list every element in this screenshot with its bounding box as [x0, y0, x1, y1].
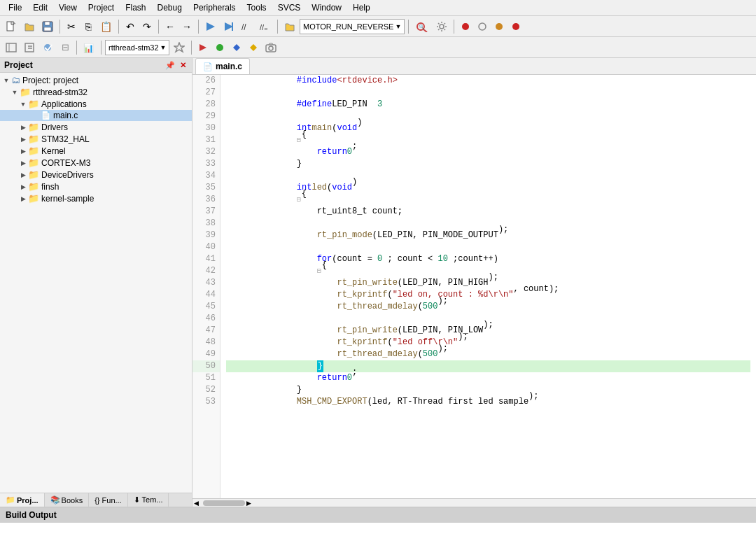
panel-pin-btn[interactable]: 📌 — [164, 61, 176, 70]
tree-label-rtthread: rtthread-stm32 — [33, 87, 88, 97]
hscroll-left-btn[interactable]: ◀ — [192, 500, 200, 507]
tree-item-drivers[interactable]: ▶ 📁 Drivers — [0, 121, 192, 133]
menu-debug[interactable]: Debug — [152, 1, 188, 14]
ln-43: 43 — [192, 277, 220, 289]
ln-34: 34 — [192, 170, 220, 182]
tree-expand-devicedrivers[interactable]: ▶ — [20, 171, 27, 178]
target-dropdown[interactable]: MOTOR_RUN_REVERSE ▼ — [300, 19, 405, 34]
tree-item-rtthread[interactable]: ▼ 📁 rtthread-stm32 — [0, 86, 192, 98]
orange-circle-btn[interactable] — [491, 19, 507, 34]
tree-item-kernel[interactable]: ▶ 📁 Kernel — [0, 145, 192, 157]
tree-item-finsh[interactable]: ▶ 📁 finsh — [0, 181, 192, 192]
open-file-btn[interactable] — [281, 19, 298, 34]
tree-expand-root[interactable]: ▼ — [3, 77, 10, 84]
tree-item-kernelsample[interactable]: ▶ 📁 kernel-sample — [0, 192, 192, 204]
project-dropdown[interactable]: rtthread-stm32 ▼ — [105, 40, 169, 55]
paste-button[interactable]: 📋 — [97, 19, 115, 34]
tree-item-cortexm3[interactable]: ▶ 📁 CORTEX-M3 — [0, 157, 192, 169]
build-output-header: Build Output — [0, 508, 756, 523]
menu-file[interactable]: File — [3, 1, 27, 14]
code-editor[interactable]: 26 27 28 29 30 31 32 33 34 35 36 37 38 3… — [192, 75, 756, 498]
horizontal-scrollbar[interactable]: ◀ ▶ — [192, 498, 756, 507]
target-dropdown-arrow: ▼ — [395, 23, 401, 30]
nav-back-button[interactable]: ← — [162, 19, 178, 34]
proj-tab-books[interactable]: 📚 Books — [45, 493, 90, 507]
open-button[interactable] — [21, 19, 38, 34]
tb2-btn3[interactable] — [39, 40, 56, 55]
red-circle-btn[interactable] — [458, 19, 473, 34]
ln-49: 49 — [192, 348, 220, 360]
new-button[interactable] — [3, 19, 20, 34]
menu-project[interactable]: Project — [83, 1, 120, 14]
tree-expand-applications[interactable]: ▼ — [20, 101, 27, 108]
svg-line-11 — [424, 29, 427, 32]
tree-expand-stm32hal[interactable]: ▶ — [20, 136, 27, 143]
build-btn4[interactable]: //₌ — [257, 19, 274, 34]
svg-text://₌: //₌ — [260, 23, 268, 31]
tree-expand-kernel[interactable]: ▶ — [20, 148, 27, 155]
tree-expand-drivers[interactable]: ▶ — [20, 124, 27, 131]
tb2-blue-diamond[interactable] — [229, 40, 244, 55]
menu-svcs[interactable]: SVCS — [272, 1, 307, 14]
menu-flash[interactable]: Flash — [120, 1, 151, 14]
menu-tools[interactable]: Tools — [241, 1, 272, 14]
tree-label-kernel: Kernel — [41, 146, 66, 156]
editor-tab-mainc[interactable]: 📄 main.c — [195, 58, 250, 74]
redo-button[interactable]: ↷ — [139, 19, 155, 34]
proj-tab-project[interactable]: 📁 Proj... — [0, 493, 45, 507]
menu-help[interactable]: Help — [347, 1, 376, 14]
code-content[interactable]: #include <rtdevice.h> #define LED_PIN 3 … — [220, 75, 756, 498]
svg-marker-5 — [206, 22, 215, 31]
menu-edit[interactable]: Edit — [27, 1, 53, 14]
proj-tab-tem[interactable]: ⬇ Tem... — [128, 493, 169, 507]
hscroll-thumb[interactable] — [203, 500, 245, 506]
tb2-green-btn[interactable] — [212, 40, 227, 55]
ln-52: 52 — [192, 384, 220, 396]
tree-item-applications[interactable]: ▼ 📁 Applications — [0, 98, 192, 110]
ln-36: 36 — [192, 194, 220, 206]
undo-button[interactable]: ↶ — [122, 19, 138, 34]
menu-peripherals[interactable]: Peripherals — [188, 1, 241, 14]
copy-button[interactable]: ⎘ — [80, 19, 96, 34]
settings-btn[interactable] — [433, 19, 450, 34]
save-button[interactable] — [39, 19, 56, 34]
build-btn2[interactable] — [220, 19, 237, 34]
folder-drivers-icon: 📁 — [28, 122, 39, 132]
tree-expand-rtthread[interactable]: ▼ — [11, 89, 18, 96]
inspect-btn[interactable]: 🔍 — [412, 19, 432, 34]
code-line-29 — [226, 111, 750, 122]
panel-close-btn[interactable]: ✕ — [178, 61, 188, 70]
hscroll-right-btn[interactable]: ▶ — [245, 500, 253, 507]
svg-point-16 — [496, 23, 503, 30]
cut-button[interactable]: ✂ — [64, 19, 79, 34]
proj-tab-fun[interactable]: {} Fun... — [89, 493, 128, 507]
toolbar-1: ✂ ⎘ 📋 ↶ ↷ ← → // //₌ MOTOR_RUN_REVERSE ▼… — [0, 16, 756, 37]
code-line-32: return 0; — [226, 146, 750, 158]
red-circle2-btn[interactable] — [508, 19, 524, 34]
tree-item-mainc[interactable]: 📄 main.c — [0, 110, 192, 121]
svg-point-14 — [462, 23, 469, 30]
white-circle-btn[interactable] — [475, 19, 490, 34]
menu-window[interactable]: Window — [306, 1, 347, 14]
tb2-btn5[interactable]: 📊 — [80, 40, 97, 55]
svg-point-13 — [440, 24, 444, 29]
build-btn3[interactable]: // — [239, 19, 255, 34]
tb2-btn2[interactable] — [21, 40, 38, 55]
tree-item-devicedrivers[interactable]: ▶ 📁 DeviceDrivers — [0, 169, 192, 181]
separator-2 — [118, 20, 119, 34]
editor-tab-label: main.c — [216, 62, 242, 71]
tree-item-stm32hal[interactable]: ▶ 📁 STM32_HAL — [0, 133, 192, 145]
tree-expand-kernelsample[interactable]: ▶ — [20, 195, 27, 202]
menu-view[interactable]: View — [53, 1, 83, 14]
tree-item-project-root[interactable]: ▼ 🗂 Project: project — [0, 74, 192, 86]
nav-forward-button[interactable]: → — [179, 19, 195, 34]
tb2-red-btn[interactable] — [195, 40, 211, 55]
tree-expand-cortexm3[interactable]: ▶ — [20, 160, 27, 167]
tb2-settings-btn[interactable] — [171, 40, 188, 55]
tb2-btn1[interactable] — [3, 40, 20, 55]
build-btn1[interactable] — [202, 19, 219, 34]
tb2-yellow-diamond[interactable] — [246, 40, 261, 55]
tb2-camera-btn[interactable] — [262, 40, 279, 55]
tb2-btn4[interactable]: ⊟ — [57, 40, 73, 55]
tree-expand-finsh[interactable]: ▶ — [20, 183, 27, 190]
